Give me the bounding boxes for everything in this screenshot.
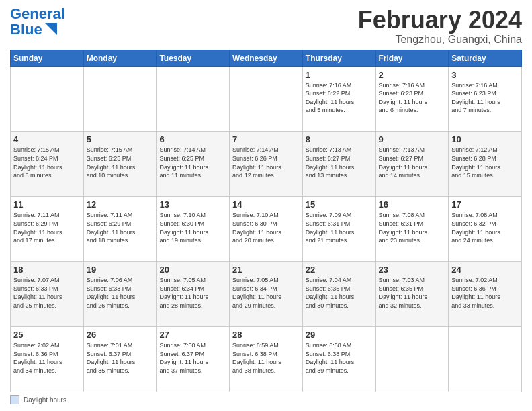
day-number: 27 <box>159 330 226 340</box>
col-thursday: Thursday <box>302 50 375 66</box>
day-number: 26 <box>87 330 154 340</box>
day-number: 3 <box>451 70 519 80</box>
page-header: General Blue February 2024 Tengzhou, Gua… <box>10 7 522 46</box>
day-number: 20 <box>159 265 226 275</box>
day-number: 12 <box>87 199 154 210</box>
table-row: 2Sunrise: 7:16 AM Sunset: 6:23 PM Daylig… <box>375 66 449 132</box>
table-row: 20Sunrise: 7:05 AM Sunset: 6:34 PM Dayli… <box>157 262 230 327</box>
legend-label: Daylight hours <box>24 396 66 404</box>
table-row: 12Sunrise: 7:11 AM Sunset: 6:29 PM Dayli… <box>83 197 157 262</box>
table-row: 14Sunrise: 7:10 AM Sunset: 6:30 PM Dayli… <box>230 197 303 262</box>
day-info: Sunrise: 7:12 AM Sunset: 6:28 PM Dayligh… <box>451 146 519 179</box>
day-info: Sunrise: 7:15 AM Sunset: 6:24 PM Dayligh… <box>13 146 81 179</box>
table-row <box>230 66 303 132</box>
day-info: Sunrise: 6:58 AM Sunset: 6:38 PM Dayligh… <box>306 341 373 375</box>
table-row: 22Sunrise: 7:04 AM Sunset: 6:35 PM Dayli… <box>302 262 375 327</box>
logo-blue: Blue <box>10 22 42 37</box>
day-info: Sunrise: 7:02 AM Sunset: 6:36 PM Dayligh… <box>13 341 81 375</box>
day-info: Sunrise: 7:13 AM Sunset: 6:27 PM Dayligh… <box>379 146 446 179</box>
calendar-week-row: 11Sunrise: 7:11 AM Sunset: 6:29 PM Dayli… <box>11 197 522 262</box>
day-info: Sunrise: 7:14 AM Sunset: 6:26 PM Dayligh… <box>232 146 300 179</box>
day-info: Sunrise: 6:59 AM Sunset: 6:38 PM Dayligh… <box>232 341 300 375</box>
day-number: 8 <box>306 134 373 144</box>
day-info: Sunrise: 7:05 AM Sunset: 6:34 PM Dayligh… <box>159 276 226 310</box>
table-row: 3Sunrise: 7:16 AM Sunset: 6:23 PM Daylig… <box>449 66 522 132</box>
day-number: 24 <box>451 265 519 275</box>
day-info: Sunrise: 7:00 AM Sunset: 6:37 PM Dayligh… <box>159 341 226 375</box>
col-wednesday: Wednesday <box>230 50 303 66</box>
col-monday: Monday <box>83 50 157 66</box>
day-info: Sunrise: 7:07 AM Sunset: 6:33 PM Dayligh… <box>13 276 81 310</box>
logo: General Blue <box>10 7 65 38</box>
page-title: February 2024 <box>358 7 522 34</box>
footer: Daylight hours <box>10 395 522 404</box>
day-number: 28 <box>232 330 300 340</box>
day-info: Sunrise: 7:13 AM Sunset: 6:27 PM Dayligh… <box>306 146 373 179</box>
day-info: Sunrise: 7:03 AM Sunset: 6:35 PM Dayligh… <box>379 276 446 310</box>
day-info: Sunrise: 7:11 AM Sunset: 6:29 PM Dayligh… <box>87 211 154 244</box>
day-number: 13 <box>159 199 226 210</box>
table-row: 10Sunrise: 7:12 AM Sunset: 6:28 PM Dayli… <box>449 132 522 197</box>
day-info: Sunrise: 7:10 AM Sunset: 6:30 PM Dayligh… <box>232 211 300 244</box>
table-row: 29Sunrise: 6:58 AM Sunset: 6:38 PM Dayli… <box>302 327 375 392</box>
day-info: Sunrise: 7:14 AM Sunset: 6:25 PM Dayligh… <box>159 146 226 179</box>
table-row: 6Sunrise: 7:14 AM Sunset: 6:25 PM Daylig… <box>157 132 230 197</box>
table-row: 18Sunrise: 7:07 AM Sunset: 6:33 PM Dayli… <box>11 262 84 327</box>
day-info: Sunrise: 7:11 AM Sunset: 6:29 PM Dayligh… <box>13 211 81 244</box>
day-number: 17 <box>451 199 519 210</box>
day-number: 15 <box>306 199 373 210</box>
day-number: 22 <box>306 265 373 275</box>
table-row: 24Sunrise: 7:02 AM Sunset: 6:36 PM Dayli… <box>449 262 522 327</box>
day-info: Sunrise: 7:15 AM Sunset: 6:25 PM Dayligh… <box>87 146 154 179</box>
day-info: Sunrise: 7:04 AM Sunset: 6:35 PM Dayligh… <box>306 276 373 310</box>
table-row <box>375 327 449 392</box>
table-row <box>83 66 157 132</box>
calendar-header-row: Sunday Monday Tuesday Wednesday Thursday… <box>11 50 522 66</box>
table-row: 26Sunrise: 7:01 AM Sunset: 6:37 PM Dayli… <box>83 327 157 392</box>
calendar-table: Sunday Monday Tuesday Wednesday Thursday… <box>10 50 522 392</box>
page-location: Tengzhou, Guangxi, China <box>358 34 522 46</box>
table-row: 8Sunrise: 7:13 AM Sunset: 6:27 PM Daylig… <box>302 132 375 197</box>
day-info: Sunrise: 7:09 AM Sunset: 6:31 PM Dayligh… <box>306 211 373 244</box>
table-row <box>157 66 230 132</box>
day-info: Sunrise: 7:02 AM Sunset: 6:36 PM Dayligh… <box>451 276 519 310</box>
day-number: 14 <box>232 199 300 210</box>
col-saturday: Saturday <box>449 50 522 66</box>
table-row: 25Sunrise: 7:02 AM Sunset: 6:36 PM Dayli… <box>11 327 84 392</box>
day-info: Sunrise: 7:01 AM Sunset: 6:37 PM Dayligh… <box>87 341 154 375</box>
calendar-week-row: 25Sunrise: 7:02 AM Sunset: 6:36 PM Dayli… <box>11 327 522 392</box>
table-row: 9Sunrise: 7:13 AM Sunset: 6:27 PM Daylig… <box>375 132 449 197</box>
day-info: Sunrise: 7:08 AM Sunset: 6:32 PM Dayligh… <box>451 211 519 244</box>
table-row: 13Sunrise: 7:10 AM Sunset: 6:30 PM Dayli… <box>157 197 230 262</box>
table-row: 5Sunrise: 7:15 AM Sunset: 6:25 PM Daylig… <box>83 132 157 197</box>
table-row: 23Sunrise: 7:03 AM Sunset: 6:35 PM Dayli… <box>375 262 449 327</box>
table-row: 15Sunrise: 7:09 AM Sunset: 6:31 PM Dayli… <box>302 197 375 262</box>
day-info: Sunrise: 7:16 AM Sunset: 6:22 PM Dayligh… <box>306 81 373 115</box>
day-number: 10 <box>451 134 519 144</box>
table-row: 21Sunrise: 7:05 AM Sunset: 6:34 PM Dayli… <box>230 262 303 327</box>
day-number: 25 <box>13 330 81 340</box>
day-info: Sunrise: 7:16 AM Sunset: 6:23 PM Dayligh… <box>379 81 446 115</box>
svg-marker-0 <box>45 23 57 35</box>
day-number: 9 <box>379 134 446 144</box>
day-number: 4 <box>13 134 81 144</box>
title-block: February 2024 Tengzhou, Guangxi, China <box>358 7 522 46</box>
calendar-week-row: 4Sunrise: 7:15 AM Sunset: 6:24 PM Daylig… <box>11 132 522 197</box>
table-row: 19Sunrise: 7:06 AM Sunset: 6:33 PM Dayli… <box>83 262 157 327</box>
day-number: 6 <box>159 134 226 144</box>
day-info: Sunrise: 7:08 AM Sunset: 6:31 PM Dayligh… <box>379 211 446 244</box>
calendar-week-row: 18Sunrise: 7:07 AM Sunset: 6:33 PM Dayli… <box>11 262 522 327</box>
day-info: Sunrise: 7:06 AM Sunset: 6:33 PM Dayligh… <box>87 276 154 310</box>
table-row <box>11 66 84 132</box>
day-number: 21 <box>232 265 300 275</box>
day-number: 1 <box>306 70 373 80</box>
day-number: 7 <box>232 134 300 144</box>
day-number: 29 <box>306 330 373 340</box>
table-row: 1Sunrise: 7:16 AM Sunset: 6:22 PM Daylig… <box>302 66 375 132</box>
day-info: Sunrise: 7:10 AM Sunset: 6:30 PM Dayligh… <box>159 211 226 244</box>
table-row: 7Sunrise: 7:14 AM Sunset: 6:26 PM Daylig… <box>230 132 303 197</box>
table-row: 4Sunrise: 7:15 AM Sunset: 6:24 PM Daylig… <box>11 132 84 197</box>
col-tuesday: Tuesday <box>157 50 230 66</box>
day-number: 16 <box>379 199 446 210</box>
day-number: 2 <box>379 70 446 80</box>
